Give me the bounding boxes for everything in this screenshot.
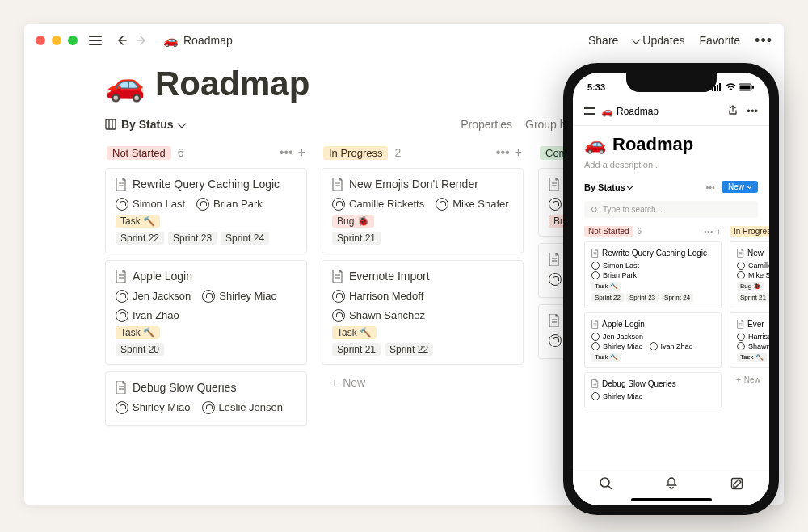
sprint-tag: Sprint 24 — [661, 293, 693, 302]
status-pill[interactable]: Not Started — [584, 226, 633, 237]
card-title: Debug Slow Queries — [602, 379, 676, 389]
window-controls — [36, 36, 78, 45]
page-emoji-icon: 🚗 — [601, 106, 613, 117]
new-card-button[interactable]: + New — [322, 371, 524, 394]
avatar-icon — [116, 401, 128, 414]
svg-rect-0 — [106, 119, 116, 129]
kanban-card[interactable]: Rewrite Query Caching Logic Simon LastBr… — [105, 168, 307, 253]
kanban-card[interactable]: New Emojis Don't Render Camille Ricketts… — [322, 168, 524, 253]
document-icon — [591, 249, 599, 258]
phone-time: 5:33 — [587, 82, 605, 92]
assignee: Shirley Miao — [591, 392, 714, 400]
document-icon — [591, 320, 599, 329]
avatar-icon — [737, 333, 745, 341]
kanban-column: Not Started 6 •••+ Rewrite Query Caching… — [105, 142, 307, 433]
assignee: Shirley Miao — [116, 401, 191, 414]
card-title: Rewrite Query Caching Logic — [133, 177, 280, 192]
favorite-button[interactable]: Favorite — [700, 34, 741, 47]
sprint-tag: Sprint 24 — [221, 232, 269, 245]
assignee: Jen Jackson — [116, 290, 191, 303]
kanban-card[interactable]: Debug Slow Queries Shirley MiaoLeslie Je… — [105, 371, 307, 426]
svg-point-28 — [591, 207, 596, 212]
search-tab-icon[interactable] — [599, 476, 613, 491]
phone-screen: 5:33 🚗 Roadmap ••• 🚗 Roadmap Add — [573, 73, 769, 505]
kanban-card[interactable]: Debug Slow Queries Shirley Miao — [584, 372, 722, 408]
avatar-icon — [332, 309, 345, 322]
kanban-card[interactable]: Ever HarrisoShawnTask 🔨 — [730, 312, 769, 368]
kanban-card[interactable]: Apple Login Jen Jackson Shirley Miao Iva… — [584, 312, 722, 368]
notifications-tab-icon[interactable] — [664, 476, 679, 491]
phone-frame: 5:33 🚗 Roadmap ••• 🚗 Roadmap Add — [563, 63, 779, 515]
column-header: Not Started 6 •••+ — [105, 142, 307, 168]
kanban-card[interactable]: Apple Login Jen JacksonShirley MiaoIvan … — [105, 260, 307, 365]
nav-arrows — [113, 32, 150, 48]
minimize-window[interactable] — [52, 36, 61, 45]
svg-point-40 — [600, 478, 609, 487]
kanban-card[interactable]: Evernote Import Harrison MedoffShawn San… — [322, 260, 524, 365]
avatar-icon — [549, 198, 562, 211]
add-card-icon[interactable]: + — [298, 145, 305, 160]
share-button[interactable]: Share — [588, 34, 618, 47]
type-tag: Task 🔨 — [116, 215, 160, 228]
phone-description-placeholder[interactable]: Add a description... — [584, 160, 758, 170]
forward-button[interactable] — [134, 32, 150, 48]
phone-new-button[interactable]: New — [722, 181, 758, 193]
sprint-tag: Sprint 21 — [737, 293, 769, 302]
avatar-icon — [436, 198, 448, 211]
view-selector[interactable]: By Status — [105, 118, 185, 131]
phone-header: 🚗 Roadmap ••• — [573, 102, 769, 126]
status-pill[interactable]: In Progress — [323, 146, 388, 160]
breadcrumb[interactable]: 🚗 Roadmap — [163, 33, 233, 48]
compose-tab-icon[interactable] — [730, 476, 744, 491]
avatar-icon — [549, 273, 562, 286]
plus-icon: + — [331, 376, 338, 389]
card-title: Apple Login — [602, 319, 645, 329]
card-title: New — [747, 248, 764, 258]
card-title: Debug Slow Queries — [133, 380, 236, 396]
document-icon — [737, 249, 744, 258]
new-card-button[interactable]: + New — [730, 372, 769, 387]
svg-line-29 — [595, 211, 597, 212]
avatar-icon — [116, 309, 128, 322]
more-icon[interactable]: ••• — [747, 105, 758, 117]
add-card-icon[interactable]: + — [717, 227, 722, 237]
svg-rect-27 — [752, 86, 754, 89]
avatar-icon — [202, 401, 215, 414]
sprint-tag: Sprint 23 — [626, 293, 659, 302]
sidebar-toggle-icon[interactable] — [89, 36, 102, 45]
column-header: In Progress •••+ — [730, 224, 769, 241]
plus-icon: + — [736, 375, 741, 384]
maximize-window[interactable] — [68, 36, 78, 45]
phone-breadcrumb[interactable]: 🚗 Roadmap — [601, 106, 659, 117]
svg-line-41 — [608, 486, 612, 489]
page-emoji-icon: 🚗 — [163, 33, 179, 48]
phone-page-title[interactable]: 🚗 Roadmap — [584, 134, 758, 155]
status-pill[interactable]: In Progress — [730, 226, 769, 237]
more-icon[interactable]: ••• — [705, 182, 715, 192]
phone-menu-icon[interactable] — [584, 107, 595, 115]
type-tag: Task 🔨 — [591, 282, 621, 291]
column-more-icon[interactable]: ••• — [704, 227, 713, 237]
add-card-icon[interactable]: + — [515, 145, 522, 160]
document-icon — [549, 314, 560, 327]
sprint-tag: Sprint 22 — [591, 293, 624, 302]
avatar-icon — [549, 334, 562, 347]
back-button[interactable] — [113, 32, 129, 48]
document-icon — [116, 270, 127, 283]
arrow-left-icon — [115, 34, 128, 47]
assignee: Mike S — [737, 271, 769, 279]
close-window[interactable] — [36, 36, 45, 45]
assignee: Jen Jackson — [591, 333, 714, 341]
column-more-icon[interactable]: ••• — [496, 145, 510, 160]
phone-view-selector[interactable]: By Status — [584, 182, 632, 192]
kanban-card[interactable]: Rewrite Query Caching Logic Simon LastBr… — [584, 241, 722, 308]
kanban-card[interactable]: New CamilleMike SBug 🐞Sprint 21 — [730, 241, 769, 308]
assignee: Mike Shafer — [436, 198, 508, 211]
share-icon[interactable] — [727, 105, 739, 116]
properties-button[interactable]: Properties — [461, 118, 512, 131]
phone-search[interactable]: Type to search... — [584, 201, 758, 218]
status-pill[interactable]: Not Started — [107, 146, 171, 160]
more-icon[interactable]: ••• — [755, 32, 772, 49]
updates-button[interactable]: Updates — [633, 34, 684, 47]
column-more-icon[interactable]: ••• — [280, 145, 293, 160]
